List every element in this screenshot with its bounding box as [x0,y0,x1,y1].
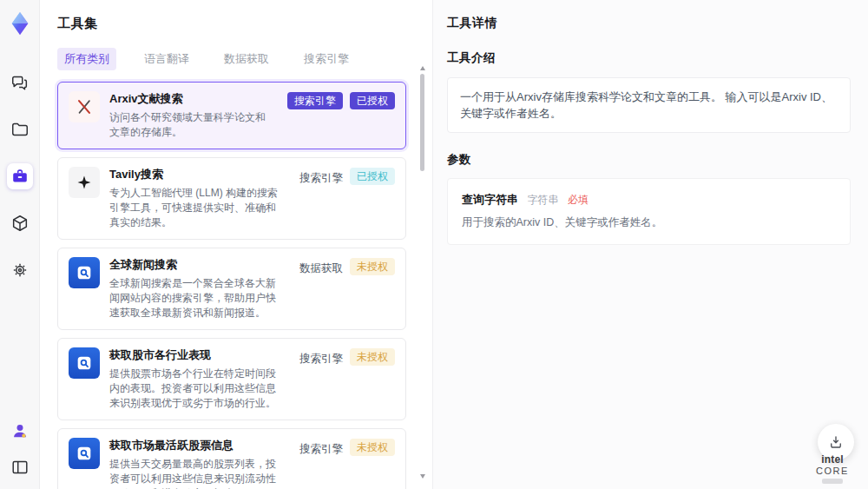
chat-icon [10,73,30,92]
intel-core-logo: intel CORE [806,453,858,484]
tool-desc: 访问各个研究领域大量科学论文和文章的存储库。 [109,110,273,140]
scrollbar-up-arrow[interactable] [420,66,425,70]
sidebar-item-profile[interactable] [7,418,33,444]
scrollbar-thumb[interactable] [420,74,424,171]
tab-search-engine[interactable]: 搜索引擎 [297,48,356,70]
category-label: 数据获取 [299,258,343,276]
icon-sidebar [0,0,40,489]
param-header: 查询字符串 字符串 必填 [462,191,836,208]
tool-intro-text: 一个用于从Arxiv存储库搜索科学论文和文章的工具。 输入可以是Arxiv ID… [447,77,851,133]
param-required-badge: 必填 [568,194,589,206]
app-window: 工具集 所有类别 语言翻译 数据获取 搜索引擎 Arxiv文献搜索 访问各个研究… [0,0,868,489]
stock-search-icon [69,438,100,469]
param-desc: 用于搜索的Arxiv ID、关键字或作者姓名。 [462,215,836,230]
tool-card-active-stocks[interactable]: 获取市场最活跃股票信息 提供当天交易量最高的股票列表，投资者可以利用这些信息来识… [57,428,406,489]
sidebar-item-settings[interactable] [7,257,33,283]
arxiv-logo-icon [69,91,100,122]
user-avatar-icon [10,421,30,440]
brand-core-text: CORE [816,466,849,476]
status-badge: 已授权 [350,168,395,185]
params-heading: 参数 [447,152,851,168]
app-logo[interactable] [7,10,33,36]
folder-icon [10,120,30,139]
toolbox-icon [10,167,30,186]
category-label: 搜索引擎 [299,168,343,186]
tool-title: Arxiv文献搜索 [109,91,273,107]
category-label: 搜索引擎 [299,439,343,457]
sidebar-collapse-button[interactable] [7,454,33,480]
tool-title: 获取市场最活跃股票信息 [109,438,285,453]
page-title: 工具集 [57,16,406,32]
status-badge: 已授权 [350,92,395,109]
tool-desc: 提供股票市场各个行业在特定时间段内的表现。投资者可以利用这些信息来识别表现优于或… [109,367,285,411]
tool-title: Tavily搜索 [109,167,285,182]
tool-details-panel: 工具详情 工具介绍 一个用于从Arxiv存储库搜索科学论文和文章的工具。 输入可… [432,0,868,489]
param-name: 查询字符串 [462,193,518,206]
sidebar-item-packages[interactable] [7,210,33,236]
gem-logo-icon [7,10,33,36]
tab-data-fetch[interactable]: 数据获取 [217,48,276,70]
sidebar-item-chat[interactable] [7,69,33,96]
tool-desc: 专为人工智能代理 (LLM) 构建的搜索引擎工具，可快速提供实时、准确和真实的结… [109,186,285,230]
sidebar-item-files[interactable] [7,116,33,142]
sidebar-item-tools[interactable] [7,163,33,189]
tool-title: 获取股市各行业表现 [109,347,285,363]
brand-sub-badge [822,479,843,484]
tool-card-stock-sectors[interactable]: 获取股市各行业表现 提供股票市场各个行业在特定时间段内的表现。投资者可以利用这些… [57,338,406,420]
scrollbar-down-arrow[interactable] [420,474,425,479]
tool-card-global-news[interactable]: 全球新闻搜索 全球新闻搜索是一个聚合全球各大新闻网站内容的搜索引擎，帮助用户快速… [57,248,406,330]
param-type: 字符串 [527,194,558,206]
brand-intel-text: intel [821,453,844,466]
cube-icon [10,214,30,233]
tool-card-tavily[interactable]: Tavily搜索 专为人工智能代理 (LLM) 构建的搜索引擎工具，可快速提供实… [57,157,406,240]
tool-card-arxiv[interactable]: Arxiv文献搜索 访问各个研究领域大量科学论文和文章的存储库。 搜索引擎 已授… [57,82,406,149]
gear-icon [10,261,30,280]
category-badge: 搜索引擎 [287,92,343,109]
panel-layout-icon [10,458,30,477]
details-title: 工具详情 [447,16,851,31]
status-badge: 未授权 [350,258,395,275]
tab-language-translation[interactable]: 语言翻译 [137,48,196,70]
status-badge: 未授权 [350,439,395,456]
param-card: 查询字符串 字符串 必填 用于搜索的Arxiv ID、关键字或作者姓名。 [447,178,851,245]
tavily-star-icon [69,167,100,198]
list-scrollbar[interactable] [419,66,425,479]
intro-heading: 工具介绍 [447,50,851,66]
status-badge: 未授权 [350,348,395,366]
download-icon [828,434,844,450]
tab-all-categories[interactable]: 所有类别 [57,48,116,70]
category-label: 搜索引擎 [299,348,343,367]
tool-desc: 提供当天交易量最高的股票列表，投资者可以利用这些信息来识别流动性强的股票和潜在的… [109,457,285,489]
tools-list-panel: 工具集 所有类别 语言翻译 数据获取 搜索引擎 Arxiv文献搜索 访问各个研究… [40,0,432,489]
tool-title: 全球新闻搜索 [109,257,285,273]
tool-card-list: Arxiv文献搜索 访问各个研究领域大量科学论文和文章的存储库。 搜索引擎 已授… [57,82,406,489]
stock-search-icon [69,347,100,379]
tool-desc: 全球新闻搜索是一个聚合全球各大新闻网站内容的搜索引擎，帮助用户快速获取全球最新资… [109,276,285,320]
news-search-icon [69,257,100,288]
category-tabs: 所有类别 语言翻译 数据获取 搜索引擎 [57,48,406,70]
